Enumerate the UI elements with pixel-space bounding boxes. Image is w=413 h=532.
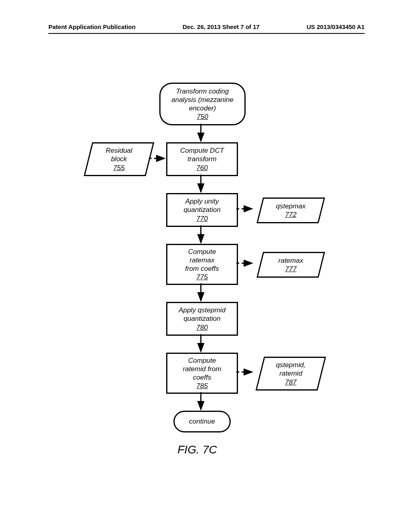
- text-750-l3: encoder): [189, 104, 216, 112]
- header-right: US 2013/0343450 A1: [307, 23, 365, 30]
- figure-caption: FIG. 7C: [177, 443, 217, 456]
- num-775: 775: [196, 273, 208, 281]
- text-785-l2: ratemid from: [183, 365, 221, 373]
- text-787-l2: ratemid: [280, 369, 302, 378]
- terminator-750: Transform coding analysis (mezzanine enc…: [159, 83, 246, 125]
- text-775-l2: ratemax: [190, 256, 214, 264]
- num-772: 772: [285, 210, 296, 219]
- text-760-l1: Compute DCT: [180, 146, 224, 155]
- process-760: Compute DCT transform 760: [166, 142, 238, 176]
- header-divider: [48, 33, 365, 34]
- text-785-l1: Compute: [188, 356, 216, 365]
- process-780: Apply qstepmid quantization 780: [166, 302, 238, 336]
- num-785: 785: [196, 382, 208, 390]
- text-775-l3: from coeffs: [185, 264, 219, 273]
- process-770: Apply unity quantization 770: [166, 193, 238, 227]
- header-middle: Dec. 26, 2013 Sheet 7 of 17: [183, 23, 260, 30]
- page: Patent Application Publication Dec. 26, …: [0, 0, 413, 532]
- data-755: Residual block 755: [84, 142, 154, 176]
- text-772-l1: qstepmax: [276, 202, 306, 210]
- text-770-l2: quantization: [184, 206, 221, 214]
- terminator-continue: continue: [173, 411, 231, 432]
- data-777: ratemax 777: [257, 252, 325, 278]
- num-780: 780: [196, 323, 208, 332]
- num-787: 787: [285, 378, 296, 387]
- process-775: Compute ratemax from coeffs 775: [166, 244, 238, 285]
- text-780-l2: quantization: [184, 314, 221, 323]
- num-777: 777: [285, 265, 296, 273]
- num-750: 750: [197, 112, 208, 121]
- num-755: 755: [113, 164, 125, 172]
- text-777-l1: ratemax: [278, 256, 303, 265]
- text-780-l1: Apply qstepmid: [179, 306, 225, 314]
- data-787: qstepmid, ratemid 787: [256, 357, 326, 391]
- page-header: Patent Application Publication Dec. 26, …: [48, 23, 365, 30]
- text-755-l1: Residual: [106, 146, 132, 155]
- text-750-l1: Transform coding: [176, 87, 229, 96]
- text-750-l2: analysis (mezzanine: [171, 96, 234, 104]
- text-787-l1: qstepmid,: [276, 361, 306, 369]
- text-775-l1: Compute: [188, 247, 216, 256]
- text-785-l3: coeffs: [193, 373, 211, 382]
- text-770-l1: Apply unity: [185, 197, 219, 206]
- text-760-l2: transform: [188, 155, 217, 163]
- num-770: 770: [196, 214, 208, 223]
- data-772: qstepmax 772: [257, 197, 325, 223]
- num-760: 760: [196, 164, 208, 172]
- text-755-l2: block: [111, 155, 127, 163]
- header-left: Patent Application Publication: [48, 23, 136, 30]
- process-785: Compute ratemid from coeffs 785: [166, 353, 238, 394]
- text-continue: continue: [189, 417, 215, 426]
